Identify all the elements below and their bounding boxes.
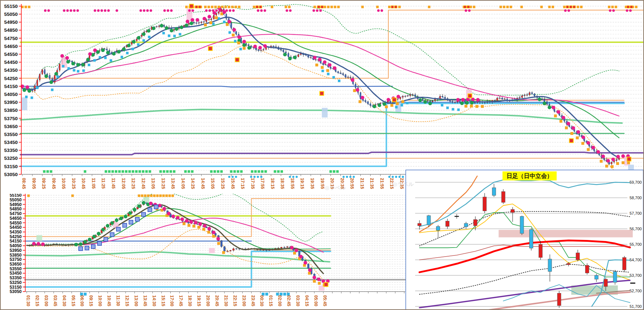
svg-text:10:25: 10:25 xyxy=(71,178,76,189)
svg-text:21:15: 21:15 xyxy=(360,178,365,189)
svg-text:55050: 55050 xyxy=(4,12,18,17)
svg-text:23:45: 23:45 xyxy=(251,295,256,306)
svg-text:14:25: 14:25 xyxy=(190,178,195,189)
svg-text:01:15: 01:15 xyxy=(268,295,273,306)
svg-text:11:25: 11:25 xyxy=(101,178,106,189)
svg-text:11:30: 11:30 xyxy=(116,295,121,306)
svg-text:54850: 54850 xyxy=(4,27,18,33)
svg-text:12:05: 12:05 xyxy=(121,178,126,189)
svg-text:11:05: 11:05 xyxy=(91,178,96,189)
svg-text:13:25: 13:25 xyxy=(161,178,166,189)
intraday-5min-chart-panel: 5515055050549505485054750546505455054450… xyxy=(1,1,644,195)
svg-text:09:15: 09:15 xyxy=(88,295,93,306)
svg-text:18:55: 18:55 xyxy=(290,178,295,189)
daily-chart-panel: 59,70058,70057,70056,70055,70054,70053,7… xyxy=(405,168,644,310)
svg-text:03:45: 03:45 xyxy=(53,295,58,306)
svg-text:52,700: 52,700 xyxy=(630,289,642,293)
svg-text:15:25: 15:25 xyxy=(220,178,225,189)
svg-text:18:30: 18:30 xyxy=(187,295,192,306)
svg-text:53750: 53750 xyxy=(4,116,18,121)
intraday-15min-chart-panel: 5515055050549505485054750546505455054450… xyxy=(1,194,410,310)
svg-text:58,700: 58,700 xyxy=(630,196,642,200)
svg-text:00:30: 00:30 xyxy=(259,295,264,306)
svg-text:19:15: 19:15 xyxy=(196,295,201,306)
svg-text:18:15: 18:15 xyxy=(270,178,275,189)
svg-text:53350: 53350 xyxy=(4,148,18,153)
svg-text:08:45: 08:45 xyxy=(21,178,26,189)
svg-text:54650: 54650 xyxy=(4,44,18,49)
svg-text:14:30: 14:30 xyxy=(152,295,157,306)
svg-text:54050: 54050 xyxy=(4,92,18,97)
svg-text:17:15: 17:15 xyxy=(240,178,245,189)
svg-text:55,700: 55,700 xyxy=(630,242,642,246)
svg-text:12:15: 12:15 xyxy=(125,295,130,306)
svg-text:53950: 53950 xyxy=(4,100,18,105)
svg-text:53250: 53250 xyxy=(4,156,18,161)
intraday-15min-chart: 5515055050549505485054750546505455054450… xyxy=(1,194,410,310)
svg-text:12:25: 12:25 xyxy=(131,178,136,189)
svg-text:54150: 54150 xyxy=(4,84,18,89)
svg-text:53,700: 53,700 xyxy=(630,273,642,278)
svg-text:53550: 53550 xyxy=(4,132,18,137)
svg-text:51,700: 51,700 xyxy=(630,304,642,309)
svg-text:02:45: 02:45 xyxy=(286,295,291,306)
svg-text:59,700: 59,700 xyxy=(630,180,642,184)
svg-text:18:35: 18:35 xyxy=(280,178,285,189)
svg-text:53050: 53050 xyxy=(10,289,22,294)
svg-text:20:55: 20:55 xyxy=(349,178,354,189)
svg-text:10:00: 10:00 xyxy=(97,295,103,306)
svg-text:20:15: 20:15 xyxy=(330,178,335,189)
svg-text:14:45: 14:45 xyxy=(200,178,205,189)
svg-text:54950: 54950 xyxy=(4,19,18,25)
svg-text:15:05: 15:05 xyxy=(210,178,215,189)
svg-text:10:45: 10:45 xyxy=(81,178,86,189)
svg-text:15:45: 15:45 xyxy=(230,178,235,189)
svg-text:17:35: 17:35 xyxy=(250,178,255,189)
svg-text:11:45: 11:45 xyxy=(111,178,116,189)
svg-text:17:55: 17:55 xyxy=(260,178,265,189)
svg-text:10:45: 10:45 xyxy=(106,295,112,306)
svg-text:19:15: 19:15 xyxy=(300,178,305,189)
svg-text:53850: 53850 xyxy=(4,108,18,113)
svg-text:53050: 53050 xyxy=(4,172,18,177)
svg-text:02:15: 02:15 xyxy=(35,295,40,306)
svg-text:03:30: 03:30 xyxy=(295,295,300,306)
svg-text:23:00: 23:00 xyxy=(242,295,247,306)
svg-text:13:45: 13:45 xyxy=(143,295,148,306)
svg-text:20:35: 20:35 xyxy=(340,178,345,189)
svg-text:02:00: 02:00 xyxy=(277,295,282,306)
svg-text:54550: 54550 xyxy=(4,52,18,57)
svg-text:22:15: 22:15 xyxy=(232,295,238,306)
svg-text:03:00: 03:00 xyxy=(44,295,49,306)
svg-text:04:30: 04:30 xyxy=(62,295,67,306)
svg-text:21:55: 21:55 xyxy=(379,178,384,189)
svg-text:21:35: 21:35 xyxy=(369,178,374,189)
svg-text:12:45: 12:45 xyxy=(141,178,146,189)
svg-text:53150: 53150 xyxy=(4,164,18,169)
svg-text:19:35: 19:35 xyxy=(310,178,315,189)
svg-text:05:00: 05:00 xyxy=(313,295,318,306)
svg-text:06:00: 06:00 xyxy=(79,295,84,306)
svg-text:01:30: 01:30 xyxy=(26,295,31,306)
intraday-5min-chart: 5515055050549505485054750546505455054450… xyxy=(1,1,644,195)
svg-text:53450: 53450 xyxy=(4,140,18,145)
trading-chart-workspace: { "meta": { "daily_title": "日足（日中立会）", "… xyxy=(0,0,644,310)
svg-text:54350: 54350 xyxy=(4,67,18,73)
svg-text:53650: 53650 xyxy=(4,124,18,129)
svg-text:日足（日中立会）: 日足（日中立会） xyxy=(506,173,553,179)
svg-text:05:15: 05:15 xyxy=(71,295,76,306)
svg-text:20:45: 20:45 xyxy=(214,295,219,306)
svg-text:13:00: 13:00 xyxy=(134,295,139,306)
svg-text:10:05: 10:05 xyxy=(61,178,66,189)
svg-text:13:45: 13:45 xyxy=(170,178,175,189)
svg-text:05:45: 05:45 xyxy=(322,295,327,306)
svg-text:13:05: 13:05 xyxy=(151,178,156,189)
svg-text:14:05: 14:05 xyxy=(180,178,186,189)
svg-text:54450: 54450 xyxy=(4,60,18,65)
svg-text:20:00: 20:00 xyxy=(205,295,210,306)
svg-text:54,700: 54,700 xyxy=(630,258,642,262)
daily-chart: 59,70058,70057,70056,70055,70054,70053,7… xyxy=(405,168,644,310)
svg-text:04:15: 04:15 xyxy=(304,295,309,306)
svg-text:09:45: 09:45 xyxy=(51,178,56,189)
svg-text:15:15: 15:15 xyxy=(161,295,166,306)
